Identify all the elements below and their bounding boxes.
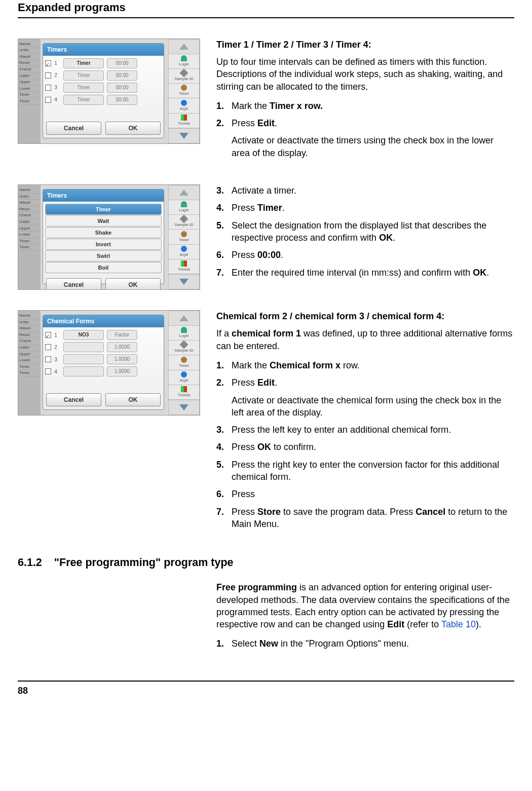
option-invert[interactable]: Invert <box>45 239 162 250</box>
screenshot-timers-list: User Name:Units:WavelResolChemiCalibrUpp… <box>18 39 200 144</box>
form-factor[interactable]: 1.0000 <box>107 354 137 364</box>
form-name[interactable]: NO3 <box>63 330 104 340</box>
timer-label[interactable]: Timer <box>63 95 104 105</box>
sample-id-button[interactable]: Sample ID <box>168 215 200 230</box>
option-boil[interactable]: Boil <box>45 262 162 273</box>
trends-button[interactable]: Trends <box>168 385 200 400</box>
checkbox[interactable] <box>45 332 51 338</box>
steps-list: Mark the Chemical form x row. Press Edit… <box>216 359 514 530</box>
checkbox[interactable] <box>45 97 51 103</box>
checkbox[interactable] <box>45 356 51 362</box>
dialog-timers: Timers 1Timer00:00 2Timer00:00 3Timer00:… <box>43 43 164 138</box>
checkbox[interactable] <box>45 368 51 374</box>
section-number: 6.1.2 <box>18 555 42 570</box>
section-timers-intro: User Name:Units:WavelResolChemiCalibrUpp… <box>18 39 514 164</box>
scroll-up[interactable] <box>168 311 200 326</box>
login-button[interactable]: Login <box>168 54 200 69</box>
left-sidebar: Name:Units:WavelResolChemiCalibrUpperLow… <box>18 185 41 289</box>
timer-label[interactable]: Timer <box>63 70 104 81</box>
sample-id-button[interactable]: Sample ID <box>168 69 200 84</box>
page-header: Expanded programs <box>18 0 514 18</box>
dialog-title: Timers <box>43 190 164 202</box>
left-sidebar: Name:Units:WavelResolChemiCalibrUpperLow… <box>18 39 41 143</box>
right-sidebar: Login Sample ID Timer AQA Trends <box>168 185 200 289</box>
ok-button[interactable]: OK <box>105 393 161 406</box>
option-shake[interactable]: Shake <box>45 227 162 238</box>
ok-button[interactable]: OK <box>105 122 161 135</box>
dialog-title: Timers <box>43 44 164 56</box>
checkbox[interactable] <box>45 72 51 79</box>
scroll-up[interactable] <box>168 185 200 200</box>
intro-paragraph: Up to four time intervals can be defined… <box>216 56 514 93</box>
form-name[interactable] <box>63 366 104 376</box>
aqa-button[interactable]: AQA <box>168 98 200 113</box>
timer-value[interactable]: 00:00 <box>107 58 137 68</box>
scroll-down[interactable] <box>168 128 200 143</box>
scroll-down[interactable] <box>168 400 200 415</box>
section-free-programming: Free programming is an advanced option f… <box>216 581 514 650</box>
timer-value[interactable]: 00:00 <box>107 83 137 93</box>
cancel-button[interactable]: Cancel <box>46 393 101 406</box>
timer-nav-button[interactable]: Timer <box>168 230 200 244</box>
intro-paragraph: Free programming is an advanced option f… <box>216 581 514 630</box>
section-title: "Free programming" program type <box>54 555 234 570</box>
cancel-button[interactable]: Cancel <box>46 122 101 135</box>
timer-label[interactable]: Timer <box>63 83 104 93</box>
dialog-chemical-forms: Chemical Forms 1NO3Factor 21.0000 31.000… <box>43 315 164 410</box>
timer-value[interactable]: 00:00 <box>107 95 137 105</box>
cancel-button[interactable]: Cancel <box>46 278 101 290</box>
link-table-10[interactable]: Table 10 <box>441 619 476 629</box>
option-timer[interactable]: Timer <box>45 204 162 215</box>
steps-list: Select New in the "Program Options" menu… <box>216 637 514 650</box>
trends-button[interactable]: Trends <box>168 114 200 128</box>
section-chemical-forms: User Name:Units:WavelResolChemiCalibrUpp… <box>18 310 514 535</box>
form-name[interactable] <box>63 342 104 352</box>
dialog-timer-select: Timers Timer Wait Shake Invert Swirl Boi… <box>43 189 164 284</box>
scroll-up[interactable] <box>168 39 200 54</box>
scroll-down[interactable] <box>168 274 200 289</box>
section-heading: 6.1.2 "Free programming" program type <box>18 555 514 570</box>
page-number: 88 <box>18 681 514 697</box>
timer-nav-button[interactable]: Timer <box>168 355 200 370</box>
checkbox[interactable] <box>45 60 51 66</box>
login-button[interactable]: Login <box>168 200 200 215</box>
form-name[interactable] <box>63 354 104 364</box>
option-swirl[interactable]: Swirl <box>45 250 162 261</box>
form-factor[interactable]: 1.0000 <box>107 366 137 376</box>
form-factor[interactable]: 1.0000 <box>107 342 137 352</box>
left-sidebar: Name:Units:WavelResolChemiCalibrUpperLow… <box>18 311 41 415</box>
form-factor[interactable]: Factor <box>107 330 137 340</box>
option-wait[interactable]: Wait <box>45 215 162 227</box>
aqa-button[interactable]: AQA <box>168 370 200 385</box>
heading-timers: Timer 1 / Timer 2 / Timer 3 / Timer 4: <box>216 39 514 51</box>
sample-id-button[interactable]: Sample ID <box>168 341 200 355</box>
intro-paragraph: If a chemical form 1 was defined, up to … <box>216 327 514 352</box>
checkbox[interactable] <box>45 344 51 350</box>
login-button[interactable]: Login <box>168 326 200 341</box>
timer-value[interactable]: 00:00 <box>107 70 137 81</box>
trends-button[interactable]: Trends <box>168 259 200 274</box>
dialog-title: Chemical Forms <box>43 315 164 327</box>
timer-nav-button[interactable]: Timer <box>168 84 200 98</box>
checkbox[interactable] <box>45 85 51 91</box>
right-sidebar: Login Sample ID Timer AQA Trends <box>168 39 200 143</box>
steps-list: Mark the Timer x row. Press Edit. Activa… <box>216 100 514 159</box>
screenshot-timer-options: User Name:Units:WavelResolChemiCalibrUpp… <box>18 184 200 290</box>
steps-list: Activate a timer. Press Timer. Select th… <box>216 184 514 279</box>
section-timers-select: User Name:Units:WavelResolChemiCalibrUpp… <box>18 184 514 290</box>
ok-button[interactable]: OK <box>105 278 161 290</box>
timer-label[interactable]: Timer <box>63 58 104 68</box>
heading-chemical: Chemical form 2 / chemical form 3 / chem… <box>216 310 514 322</box>
right-sidebar: Login Sample ID Timer AQA Trends <box>168 311 200 415</box>
screenshot-chemical-forms: User Name:Units:WavelResolChemiCalibrUpp… <box>18 310 200 416</box>
aqa-button[interactable]: AQA <box>168 245 200 259</box>
